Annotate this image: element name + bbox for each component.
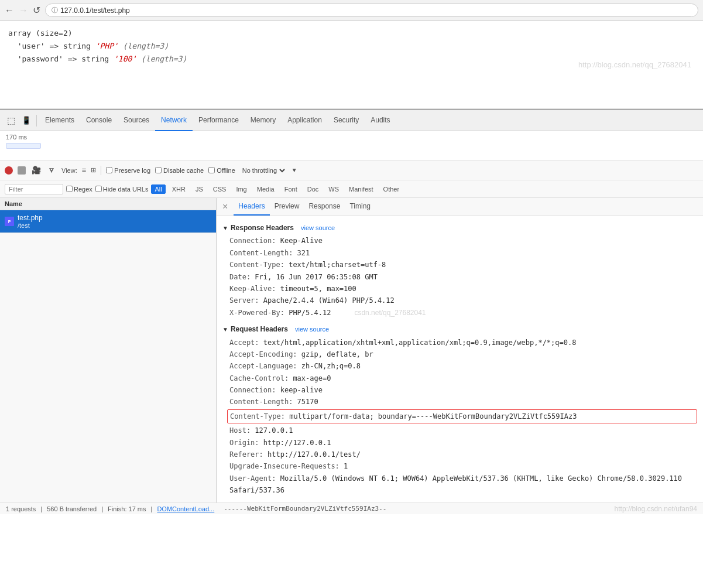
response-headers-title[interactable]: ▼ Response Headers view source — [222, 222, 697, 234]
tab-performance[interactable]: Performance — [193, 110, 245, 131]
headers-content: ▼ Response Headers view source Connectio… — [217, 216, 703, 502]
regex-label: Regex — [74, 186, 92, 193]
disable-cache-input[interactable] — [155, 167, 162, 173]
request-item-testphp[interactable]: P test.php /test — [0, 210, 216, 233]
address-bar-container: ⓘ — [45, 4, 698, 17]
req-header-origin: Origin: http://127.0.0.1 — [229, 437, 697, 449]
panel-tab-bar: × Headers Preview Response Timing — [217, 198, 703, 216]
hide-data-urls-checkbox[interactable]: Hide data URLs — [95, 186, 149, 193]
page-content: array (size=2) 'user' => string 'PHP' (l… — [0, 21, 703, 109]
tab-security[interactable]: Security — [328, 110, 365, 131]
timeline-time-label: 170 ms — [6, 134, 697, 141]
response-view-source-link[interactable]: view source — [301, 223, 335, 234]
preserve-log-label: Preserve log — [114, 167, 150, 174]
tab-application[interactable]: Application — [282, 110, 328, 131]
regex-input[interactable] — [66, 186, 73, 192]
request-headers-title[interactable]: ▼ Request Headers view source — [222, 323, 697, 335]
panel-tab-timing[interactable]: Timing — [345, 198, 375, 216]
filter-type-media[interactable]: Media — [253, 184, 278, 194]
tab-memory[interactable]: Memory — [245, 110, 282, 131]
panel-tab-response[interactable]: Response — [304, 198, 345, 216]
watermark-top-right: http://blog.csdn.net/qq_27682041 — [578, 58, 691, 71]
timeline-track — [6, 143, 41, 149]
tab-network[interactable]: Network — [155, 110, 193, 131]
offline-input[interactable] — [208, 167, 215, 173]
req-header-referer: Referer: http://127.0.0.1/test/ — [229, 449, 697, 460]
preserve-log-input[interactable] — [106, 167, 112, 173]
status-finish: Finish: 17 ms — [108, 505, 146, 512]
filter-type-img[interactable]: Img — [232, 184, 250, 194]
record-button[interactable] — [5, 166, 13, 175]
hide-data-urls-input[interactable] — [95, 186, 102, 192]
hide-data-urls-label: Hide data URLs — [103, 186, 149, 193]
reload-button[interactable]: ↺ — [33, 5, 40, 16]
panel-tab-preview[interactable]: Preview — [270, 198, 304, 216]
filter-type-other[interactable]: Other — [380, 184, 403, 194]
filter-type-js[interactable]: JS — [192, 184, 207, 194]
status-separator-2: | — [101, 505, 103, 512]
req-header-cache-control: Cache-Control: max-age=0 — [229, 372, 697, 384]
status-separator-1: | — [40, 505, 42, 512]
headers-panel: × Headers Preview Response Timing ▼ Resp… — [217, 198, 703, 502]
camera-button[interactable]: 🎥 — [30, 165, 42, 175]
resp-header-content-type: Content-Type: text/html;charset=utf-8 — [229, 259, 697, 271]
output-pass-meta: (length=3) — [136, 54, 187, 63]
filter-type-ws[interactable]: WS — [325, 184, 342, 194]
response-headers-triangle: ▼ — [222, 223, 228, 233]
req-header-connection: Connection: keep-alive — [229, 384, 697, 396]
filter-button[interactable]: ⛛ — [47, 165, 57, 175]
tab-audits[interactable]: Audits — [365, 110, 396, 131]
tab-sources[interactable]: Sources — [118, 110, 155, 131]
request-path: /test — [18, 222, 43, 229]
regex-checkbox[interactable]: Regex — [66, 186, 92, 193]
resp-header-server: Server: Apache/2.4.4 (Win64) PHP/5.4.12 — [229, 295, 697, 306]
panel-close-btn[interactable]: × — [220, 200, 230, 214]
output-line1: array (size=2) — [8, 27, 695, 40]
network-toolbar: 🎥 ⛛ View: ≡ ⊞ Preserve log Disable cache… — [0, 160, 703, 180]
devtools-select-mode-btn[interactable]: ⬚ — [4, 113, 19, 128]
list-view-btn[interactable]: ≡ — [82, 166, 87, 175]
throttle-select[interactable]: No throttling Slow 3G Fast 3G Offline — [240, 166, 287, 175]
stop-button[interactable] — [18, 166, 26, 175]
output-pass-key: 'password' => string — [8, 54, 114, 63]
tab-console[interactable]: Console — [80, 110, 118, 131]
filter-input[interactable] — [5, 184, 63, 194]
output-user-key: 'user' => string — [8, 42, 95, 50]
back-button[interactable]: ← — [5, 5, 14, 16]
disable-cache-checkbox[interactable]: Disable cache — [155, 167, 204, 174]
filter-type-xhr[interactable]: XHR — [169, 184, 189, 194]
offline-label: Offline — [217, 167, 235, 174]
lock-icon: ⓘ — [52, 6, 58, 15]
php-file-icon: P — [5, 217, 14, 226]
preserve-log-checkbox[interactable]: Preserve log — [106, 167, 150, 174]
panel-tab-headers[interactable]: Headers — [234, 198, 269, 216]
req-header-accept: Accept: text/html,application/xhtml+xml,… — [229, 337, 697, 348]
devtools-panel: ⬚ 📱 Elements Console Sources Network Per… — [0, 109, 703, 514]
address-input[interactable] — [60, 6, 692, 15]
devtools-device-btn[interactable]: 📱 — [19, 113, 34, 128]
offline-checkbox[interactable]: Offline — [208, 167, 235, 174]
filter-type-manifest[interactable]: Manifest — [345, 184, 377, 194]
toolbar-divider — [101, 166, 101, 175]
main-content: Name P test.php /test × Headers Preview … — [0, 198, 703, 502]
filter-type-css[interactable]: CSS — [210, 184, 230, 194]
watermark-bottom-right: http://blog.csdn.net/ufan94 — [615, 505, 697, 513]
status-separator-3: | — [151, 505, 153, 512]
status-bar: 1 requests | 560 B transferred | Finish:… — [0, 502, 703, 514]
status-dom-content-link[interactable]: DOMContentLoad... — [157, 505, 214, 512]
filter-type-all[interactable]: All — [151, 184, 165, 194]
tree-view-btn[interactable]: ⊞ — [91, 166, 96, 174]
filter-type-font[interactable]: Font — [281, 184, 301, 194]
browser-bar: ← → ↺ ⓘ — [0, 0, 703, 21]
req-header-content-type-highlight: Content-Type: multipart/form-data; bound… — [227, 409, 697, 423]
forward-button[interactable]: → — [19, 5, 28, 16]
filter-type-doc[interactable]: Doc — [304, 184, 323, 194]
devtools-tab-bar: ⬚ 📱 Elements Console Sources Network Per… — [0, 110, 703, 131]
output-pass-val: '100' — [114, 54, 136, 63]
request-headers-triangle: ▼ — [222, 324, 228, 334]
tab-elements[interactable]: Elements — [39, 110, 80, 131]
req-header-user-agent: User-Agent: Mozilla/5.0 (Windows NT 6.1;… — [229, 473, 697, 497]
resp-header-connection: Connection: Keep-Alive — [229, 235, 697, 247]
req-header-host: Host: 127.0.0.1 — [229, 425, 697, 436]
request-view-source-link[interactable]: view source — [295, 324, 329, 335]
